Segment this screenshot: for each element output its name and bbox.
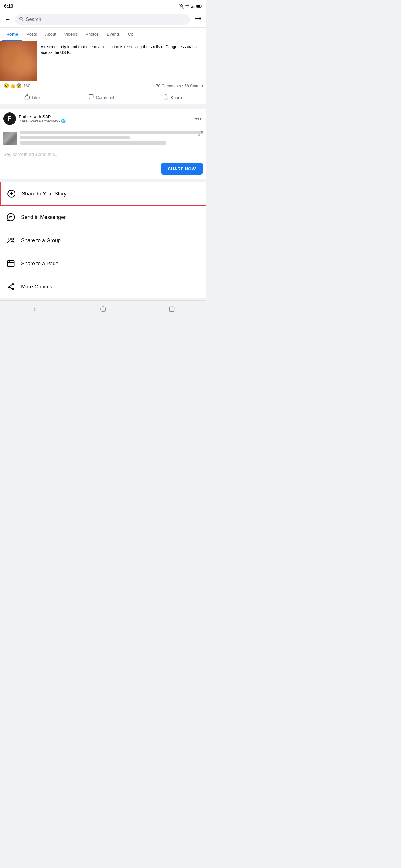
reactions-row: 😢 👍 😨 160 70 Comments • 58 Shares (0, 81, 206, 90)
more-options-icon (6, 282, 16, 292)
search-icon (19, 17, 24, 22)
send-messenger-option[interactable]: Send in Messenger (0, 206, 206, 229)
comment-icon (88, 94, 94, 101)
tab-photos[interactable]: Photos (81, 28, 103, 41)
svg-rect-6 (197, 5, 200, 7)
crab-post-title: A recent study found that ocean acidific… (41, 44, 203, 55)
svg-point-26 (101, 307, 106, 312)
status-time: 6:10 (4, 4, 13, 9)
like-label: Like (32, 95, 40, 100)
more-options-label: More Options... (21, 284, 56, 290)
globe-icon: 🌐 (61, 119, 65, 123)
share-group-label: Share to a Group (21, 238, 61, 244)
svg-rect-18 (8, 261, 14, 267)
share-now-row: SHARE NOW (0, 160, 206, 180)
more-options-option[interactable]: More Options... (0, 275, 206, 298)
svg-point-21 (12, 284, 14, 285)
svg-rect-4 (194, 6, 195, 8)
battery-icon (197, 5, 202, 8)
svg-line-0 (180, 4, 184, 8)
share-story-label: Share to Your Story (22, 191, 66, 197)
share-page-label: Share to a Page (21, 261, 58, 267)
share-story-icon (6, 189, 17, 199)
blurred-line-3 (20, 141, 166, 145)
tab-events[interactable]: Events (103, 28, 124, 41)
more-options-button[interactable]: ••• (194, 114, 203, 124)
svg-point-8 (20, 18, 22, 20)
top-navigation: ← Search (0, 11, 206, 28)
forward-button[interactable] (193, 14, 203, 25)
comment-label: Comment (96, 95, 114, 100)
svg-line-12 (198, 134, 200, 135)
forbes-post-card: F Forbes with SAP. 7 hrs · Paid Partners… (0, 109, 206, 180)
svg-point-17 (12, 238, 13, 240)
svg-line-11 (201, 131, 202, 133)
search-bar[interactable]: Search (15, 14, 190, 25)
crab-post-card: A recent study found that ocean acidific… (0, 41, 206, 107)
share-group-icon (6, 235, 16, 246)
blurred-line-1 (20, 131, 203, 134)
share-page-option[interactable]: Share to a Page (0, 252, 206, 275)
like-button[interactable]: Like (19, 92, 46, 103)
blurred-thumbnail (3, 132, 17, 145)
recent-nav-button[interactable] (163, 305, 181, 315)
tab-more[interactable]: Co (124, 28, 138, 41)
back-button[interactable]: ← (3, 14, 12, 24)
share-group-option[interactable]: Share to a Group (0, 229, 206, 252)
expand-icon[interactable] (198, 131, 203, 137)
emoji-like: 👍 (10, 83, 16, 88)
svg-point-23 (12, 288, 14, 290)
crab-post-text-area: A recent study found that ocean acidific… (37, 41, 206, 81)
messenger-icon (6, 212, 16, 222)
blurred-lines (20, 131, 203, 146)
home-nav-button[interactable] (94, 305, 112, 315)
svg-line-24 (9, 285, 12, 286)
svg-rect-2 (192, 6, 193, 8)
comment-button[interactable]: Comment (83, 92, 120, 103)
signal-icon (191, 4, 195, 8)
notification-icon (179, 4, 184, 8)
tab-videos[interactable]: Videos (60, 28, 81, 41)
search-placeholder: Search (26, 17, 41, 22)
svg-rect-3 (193, 7, 194, 8)
forbes-meta: 7 hrs · Paid Partnership · 🌐 (19, 119, 191, 123)
status-icons (179, 4, 202, 8)
forbes-avatar: F (3, 113, 16, 125)
reaction-emojis: 😢 👍 😨 160 (3, 83, 30, 88)
emoji-wow: 😨 (16, 83, 22, 88)
share-now-button[interactable]: SHARE NOW (161, 163, 203, 175)
bottom-navigation (0, 301, 206, 319)
crab-post-image (0, 41, 37, 81)
wifi-icon (185, 4, 190, 8)
blurred-line-2 (20, 136, 130, 140)
svg-point-16 (9, 238, 11, 240)
blurred-row (3, 131, 203, 146)
like-icon (24, 94, 30, 101)
share-story-option[interactable]: Share to Your Story (0, 182, 206, 206)
forbes-name: Forbes with SAP. (19, 114, 191, 119)
tab-bar: Home Posts About Videos Photos Events Co (0, 28, 206, 41)
tab-about[interactable]: About (41, 28, 60, 41)
svg-line-9 (22, 20, 23, 21)
forbes-info: Forbes with SAP. 7 hrs · Paid Partnershi… (19, 114, 191, 123)
emoji-sad: 😢 (3, 83, 9, 88)
svg-point-22 (8, 286, 9, 288)
share-label: Share (170, 95, 182, 100)
svg-line-25 (9, 287, 12, 289)
blurred-content-area (0, 127, 206, 152)
reaction-count: 160 (24, 84, 30, 88)
share-page-icon (6, 258, 16, 269)
engagement-stats: 70 Comments • 58 Shares (156, 84, 203, 88)
svg-rect-7 (202, 6, 202, 7)
svg-rect-27 (170, 307, 174, 312)
back-nav-button[interactable] (26, 305, 43, 315)
tab-home[interactable]: Home (2, 28, 22, 41)
svg-rect-1 (191, 7, 192, 8)
say-something-placeholder[interactable]: Say something about this... (0, 152, 206, 160)
share-options-list: Share to Your Story Send in Messenger Sh… (0, 182, 206, 298)
send-messenger-label: Send in Messenger (21, 214, 65, 220)
tab-posts[interactable]: Posts (22, 28, 41, 41)
forbes-header: F Forbes with SAP. 7 hrs · Paid Partners… (0, 109, 206, 127)
share-icon (163, 94, 169, 101)
share-button[interactable]: Share (157, 92, 188, 103)
